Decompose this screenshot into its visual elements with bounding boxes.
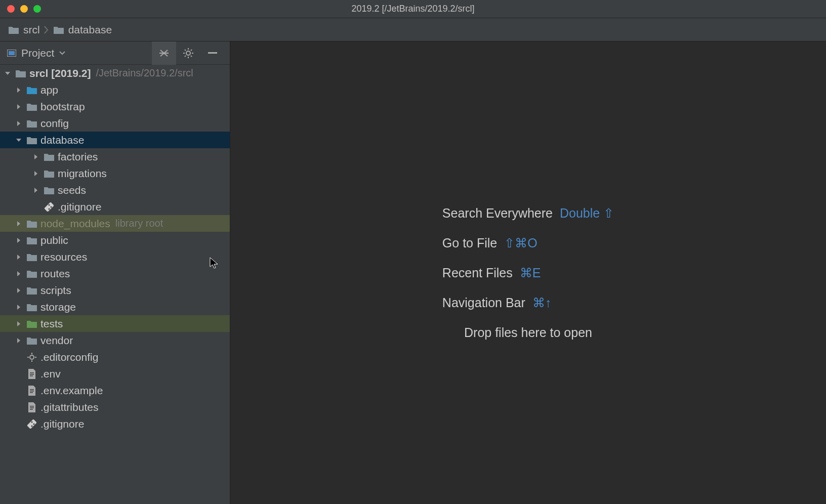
tree-item--editorconfig[interactable]: .editorconfig: [0, 349, 230, 365]
git-icon: [26, 418, 37, 430]
chevron-right-icon[interactable]: [31, 186, 40, 195]
chevron-down-icon[interactable]: [3, 69, 12, 78]
tree-item-label: vendor: [40, 334, 73, 347]
chevron-right-icon[interactable]: [31, 152, 40, 161]
navigation-bar: srcl database: [0, 18, 826, 41]
chevron-down-icon: [59, 51, 65, 55]
titlebar: 2019.2 [/JetBrains/2019.2/srcl]: [0, 0, 826, 18]
chevron-right-icon[interactable]: [14, 219, 23, 228]
tree-item-label: .env: [40, 368, 61, 380]
folder-icon: [26, 101, 37, 112]
svg-rect-28: [30, 406, 34, 407]
tree-item-label: app: [40, 84, 58, 96]
tree-item-label: tests: [40, 318, 63, 330]
project-panel-header: Project: [0, 41, 230, 65]
tree-item-label: bootstrap: [40, 101, 85, 113]
svg-rect-29: [30, 407, 34, 408]
tree-item-factories[interactable]: factories: [0, 148, 230, 165]
scroll-from-source-button[interactable]: [152, 41, 176, 65]
svg-rect-26: [30, 391, 34, 392]
project-tree[interactable]: srcl [2019.2] /JetBrains/2019.2/srcl app…: [0, 65, 230, 504]
hint-recent-files: Recent Files ⌘E: [442, 266, 614, 280]
tree-item-node_modules[interactable]: node_moduleslibrary root: [0, 215, 230, 232]
folder-icon: [44, 185, 55, 196]
chevron-right-icon[interactable]: [14, 319, 23, 328]
project-panel-selector[interactable]: Project: [7, 47, 65, 59]
chevron-right-icon[interactable]: [14, 286, 23, 295]
tree-item--env[interactable]: .env: [0, 365, 230, 382]
root-path: /JetBrains/2019.2/srcl: [96, 67, 193, 79]
chevron-right-icon[interactable]: [14, 119, 23, 128]
folder-icon: [26, 285, 37, 296]
svg-point-33: [31, 425, 33, 427]
window-title: 2019.2 [/JetBrains/2019.2/srcl]: [351, 4, 474, 14]
chevron-right-icon[interactable]: [14, 253, 23, 262]
tree-item-suffix: library root: [115, 218, 163, 229]
tree-item-tests[interactable]: tests: [0, 315, 230, 332]
tree-root[interactable]: srcl [2019.2] /JetBrains/2019.2/srcl: [0, 65, 230, 81]
svg-point-34: [33, 423, 35, 425]
close-window-button[interactable]: [7, 5, 15, 13]
tree-item-seeds[interactable]: seeds: [0, 182, 230, 198]
tree-item-label: .gitattributes: [40, 401, 98, 413]
folder-icon: [26, 251, 37, 263]
folder-icon: [8, 24, 19, 35]
tree-item--gitattributes[interactable]: .gitattributes: [0, 399, 230, 415]
project-panel-label: Project: [21, 47, 54, 59]
tree-item-public[interactable]: public: [0, 232, 230, 248]
folder-icon: [26, 335, 37, 346]
tree-item-migrations[interactable]: migrations: [0, 165, 230, 182]
breadcrumb-separator-icon: [44, 26, 49, 34]
tree-item-label: .env.example: [40, 385, 103, 397]
tree-item-label: .gitignore: [40, 418, 84, 430]
hide-panel-button[interactable]: [200, 41, 225, 65]
root-label: srcl: [29, 67, 48, 79]
window-controls: [7, 5, 41, 13]
folder-icon: [44, 168, 55, 179]
git-icon: [44, 201, 55, 213]
minimize-window-button[interactable]: [20, 5, 28, 13]
project-tool-window: Project: [0, 41, 230, 504]
chevron-right-icon[interactable]: [14, 86, 23, 95]
tree-item--gitignore[interactable]: .gitignore: [0, 198, 230, 215]
tree-item-bootstrap[interactable]: bootstrap: [0, 98, 230, 115]
chevron-right-icon[interactable]: [14, 236, 23, 245]
tree-item--gitignore[interactable]: .gitignore: [0, 415, 230, 432]
tree-item-scripts[interactable]: scripts: [0, 282, 230, 299]
project-view-icon: [7, 50, 16, 57]
tree-item--env-example[interactable]: .env.example: [0, 382, 230, 399]
zoom-window-button[interactable]: [33, 5, 41, 13]
tree-item-label: resources: [40, 251, 87, 263]
chevron-right-icon[interactable]: [14, 336, 23, 345]
chevron-right-icon[interactable]: [14, 303, 23, 312]
breadcrumb-item[interactable]: database: [53, 24, 112, 36]
chevron-right-icon[interactable]: [14, 102, 23, 111]
chevron-down-icon[interactable]: [14, 136, 23, 145]
svg-line-9: [191, 56, 192, 57]
tree-item-config[interactable]: config: [0, 115, 230, 132]
tree-item-resources[interactable]: resources: [0, 248, 230, 265]
editor-area[interactable]: Search Everywhere Double ⇧ Go to File ⇧⌘…: [230, 41, 826, 504]
folder-icon: [53, 24, 64, 35]
tree-item-label: migrations: [58, 167, 107, 180]
tree-item-app[interactable]: app: [0, 81, 230, 98]
breadcrumb-item[interactable]: srcl: [8, 24, 40, 36]
tree-item-label: database: [40, 134, 84, 146]
svg-rect-31: [27, 419, 36, 429]
folder-icon: [26, 135, 37, 146]
tree-item-label: seeds: [58, 184, 86, 196]
tree-item-vendor[interactable]: vendor: [0, 332, 230, 349]
svg-rect-24: [30, 375, 33, 376]
tree-item-label: .gitignore: [58, 201, 101, 213]
svg-point-15: [49, 208, 50, 209]
svg-rect-30: [30, 409, 33, 410]
chevron-right-icon[interactable]: [14, 269, 23, 278]
tree-item-routes[interactable]: routes: [0, 265, 230, 282]
chevron-right-icon[interactable]: [31, 169, 40, 178]
tree-item-storage[interactable]: storage: [0, 299, 230, 315]
gear-icon[interactable]: [176, 41, 200, 65]
root-tag: [2019.2]: [51, 67, 91, 79]
tree-item-database[interactable]: database: [0, 132, 230, 148]
tree-item-label: config: [40, 117, 69, 130]
folder-icon: [26, 302, 37, 313]
